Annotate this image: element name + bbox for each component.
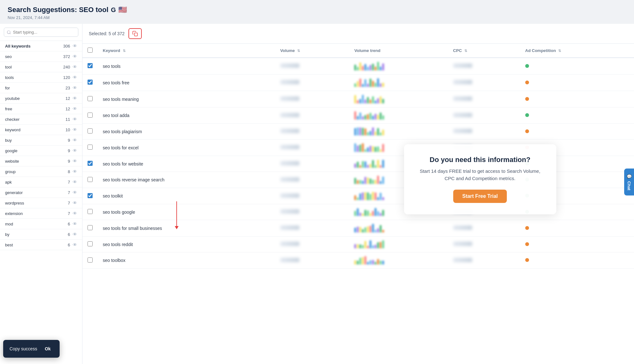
keyword-label: mod xyxy=(5,222,13,226)
row-checkbox[interactable] xyxy=(88,161,93,166)
row-volume xyxy=(275,107,350,124)
row-checkbox[interactable] xyxy=(88,63,93,68)
keyword-label: extension xyxy=(5,211,23,216)
eye-icon[interactable]: 👁 xyxy=(73,85,77,90)
sidebar-keyword-item[interactable]: seo 372 👁 xyxy=(0,51,82,62)
sidebar-keyword-item[interactable]: group 8 👁 xyxy=(0,166,82,177)
row-checkbox[interactable] xyxy=(88,241,93,246)
sidebar-keyword-item[interactable]: All keywords 306 👁 xyxy=(0,41,82,51)
toast-ok-button[interactable]: Ok xyxy=(42,345,53,353)
row-checkbox-cell xyxy=(82,252,98,269)
row-keyword: seo tools google xyxy=(98,204,275,220)
eye-icon[interactable]: 👁 xyxy=(73,232,77,237)
col-cpc: CPC ⇅ xyxy=(448,44,520,58)
row-checkbox[interactable] xyxy=(88,96,93,101)
row-ad-competition xyxy=(520,91,634,107)
keyword-count: 9 xyxy=(68,159,70,164)
keyword-label: youtube xyxy=(5,96,20,101)
select-all-checkbox[interactable] xyxy=(88,48,93,53)
chat-button[interactable]: 💬 Chat xyxy=(624,169,634,196)
keyword-label: checker xyxy=(5,117,20,122)
row-volume xyxy=(275,220,350,237)
start-trial-button[interactable]: Start Free Trial xyxy=(453,190,507,203)
row-cpc xyxy=(448,75,520,91)
eye-icon[interactable]: 👁 xyxy=(73,179,77,185)
eye-icon[interactable]: 👁 xyxy=(73,96,77,101)
row-checkbox[interactable] xyxy=(88,209,93,214)
sidebar-keyword-item[interactable]: keyword 10 👁 xyxy=(0,125,82,135)
row-checkbox[interactable] xyxy=(88,128,93,133)
overlay-title: Do you need this information? xyxy=(419,156,541,164)
eye-icon[interactable]: 👁 xyxy=(73,200,77,205)
eye-icon[interactable]: 👁 xyxy=(73,190,77,195)
row-checkbox[interactable] xyxy=(88,145,93,150)
row-checkbox-cell xyxy=(82,140,98,156)
row-checkbox-cell xyxy=(82,237,98,252)
copy-button[interactable] xyxy=(128,28,142,39)
row-checkbox-cell xyxy=(82,172,98,188)
sidebar-keyword-item[interactable]: generator 7 👁 xyxy=(0,187,82,198)
search-input[interactable] xyxy=(4,28,78,37)
sidebar-keyword-item[interactable]: extension 7 👁 xyxy=(0,208,82,219)
row-keyword: seo tools free xyxy=(98,75,275,91)
keyword-count: 11 xyxy=(66,117,70,122)
page-subtitle: Nov 21, 2024, 7:44 AM xyxy=(8,15,626,20)
row-checkbox-cell xyxy=(82,188,98,204)
eye-icon[interactable]: 👁 xyxy=(73,211,77,216)
keyword-label: wordpress xyxy=(5,201,24,205)
row-keyword: seo tools meaning xyxy=(98,91,275,107)
sidebar-keyword-item[interactable]: buy 9 👁 xyxy=(0,135,82,146)
eye-icon[interactable]: 👁 xyxy=(73,127,77,132)
eye-icon[interactable]: 👁 xyxy=(73,138,77,143)
row-trend xyxy=(349,107,448,124)
eye-icon[interactable]: 👁 xyxy=(73,75,77,80)
row-checkbox[interactable] xyxy=(88,257,93,263)
row-ad-competition xyxy=(520,124,634,140)
sidebar-keyword-item[interactable]: wordpress 7 👁 xyxy=(0,198,82,208)
keyword-label: apk xyxy=(5,180,12,185)
sidebar-keyword-item[interactable]: website 9 👁 xyxy=(0,156,82,166)
row-volume xyxy=(275,156,350,172)
sidebar-keyword-item[interactable]: best 6 👁 xyxy=(0,240,82,250)
eye-icon[interactable]: 👁 xyxy=(73,117,77,122)
col-keyword: Keyword ⇅ xyxy=(98,44,275,58)
eye-icon[interactable]: 👁 xyxy=(73,221,77,226)
row-checkbox[interactable] xyxy=(88,80,93,85)
row-checkbox[interactable] xyxy=(88,113,93,118)
table-row: seo tools for small businesses xyxy=(82,220,634,237)
sidebar-keyword-item[interactable]: free 12 👁 xyxy=(0,104,82,114)
row-checkbox[interactable] xyxy=(88,193,93,198)
sidebar-keyword-item[interactable]: mod 6 👁 xyxy=(0,219,82,229)
row-checkbox-cell xyxy=(82,156,98,172)
eye-icon[interactable]: 👁 xyxy=(73,169,77,174)
sidebar-keyword-item[interactable]: google 9 👁 xyxy=(0,146,82,156)
eye-icon[interactable]: 👁 xyxy=(73,54,77,59)
eye-icon[interactable]: 👁 xyxy=(73,106,77,111)
row-volume xyxy=(275,204,350,220)
copy-icon xyxy=(132,31,138,36)
row-ad-competition xyxy=(520,75,634,91)
row-volume xyxy=(275,75,350,91)
keyword-label: free xyxy=(5,107,12,111)
sidebar-search-container xyxy=(0,24,82,41)
eye-icon[interactable]: 👁 xyxy=(73,43,77,49)
sidebar-keyword-item[interactable]: youtube 12 👁 xyxy=(0,93,82,104)
sidebar-keyword-item[interactable]: tools 120 👁 xyxy=(0,72,82,83)
sidebar-keyword-item[interactable]: checker 11 👁 xyxy=(0,114,82,125)
eye-icon[interactable]: 👁 xyxy=(73,242,77,247)
row-checkbox[interactable] xyxy=(88,225,93,230)
eye-icon[interactable]: 👁 xyxy=(73,148,77,153)
eye-icon[interactable]: 👁 xyxy=(73,64,77,69)
keyword-count: 6 xyxy=(68,243,70,247)
sidebar-keyword-item[interactable]: by 6 👁 xyxy=(0,229,82,240)
row-trend xyxy=(349,58,448,75)
eye-icon[interactable]: 👁 xyxy=(73,159,77,164)
sidebar-keyword-item[interactable]: tool 240 👁 xyxy=(0,62,82,72)
col-volume: Volume ⇅ xyxy=(275,44,350,58)
sidebar-keyword-item[interactable]: apk 7 👁 xyxy=(0,177,82,187)
keyword-count: 23 xyxy=(66,86,70,90)
keyword-count: 9 xyxy=(68,148,70,153)
sidebar-keyword-item[interactable]: for 23 👁 xyxy=(0,83,82,93)
row-checkbox[interactable] xyxy=(88,177,93,182)
google-icon: G xyxy=(111,6,116,14)
